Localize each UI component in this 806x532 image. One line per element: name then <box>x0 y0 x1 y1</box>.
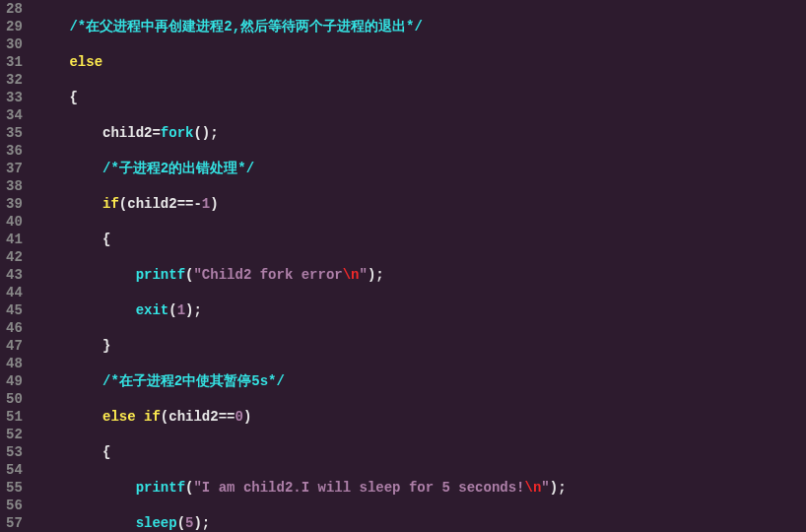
code-line: printf("I am child2.I will sleep for 5 s… <box>36 479 806 497</box>
code-line: printf("Child2 fork error\n"); <box>36 266 806 284</box>
line-number: 38 <box>6 177 23 195</box>
code-line: { <box>36 89 806 106</box>
code-line: else if(child2==0) <box>36 408 806 426</box>
line-number: 31 <box>6 53 23 71</box>
line-number: 40 <box>6 213 23 231</box>
code-line: { <box>36 443 806 461</box>
line-number: 46 <box>6 319 23 337</box>
line-number: 52 <box>6 426 23 443</box>
func-printf: printf <box>136 480 185 496</box>
line-number: 32 <box>6 71 23 89</box>
line-number: 54 <box>6 461 23 479</box>
code-line: /*子进程2的出错处理*/ <box>36 160 806 177</box>
line-number: 29 <box>6 18 23 35</box>
code-line: else <box>36 53 806 71</box>
code-line: if(child2==-1) <box>36 195 806 213</box>
line-number: 53 <box>6 443 23 461</box>
func-printf: printf <box>136 267 185 283</box>
line-number: 45 <box>6 301 23 319</box>
code-editor[interactable]: 2829303132333435363738394041424344454647… <box>0 0 806 532</box>
line-number: 57 <box>6 514 23 532</box>
line-number: 35 <box>6 124 23 142</box>
func-fork: fork <box>161 125 194 141</box>
line-number: 34 <box>6 106 23 124</box>
comment: /*子进程2的出错处理*/ <box>102 161 254 176</box>
line-number: 37 <box>6 160 23 177</box>
line-number: 33 <box>6 89 23 106</box>
escape-sequence: \n <box>525 480 542 496</box>
keyword-if: if <box>102 196 119 212</box>
comment: /*在父进程中再创建进程2,然后等待两个子进程的退出*/ <box>69 19 422 34</box>
line-number: 42 <box>6 248 23 266</box>
line-number: 55 <box>6 479 23 497</box>
line-number: 41 <box>6 231 23 248</box>
code-line: /*在父进程中再创建进程2,然后等待两个子进程的退出*/ <box>36 18 806 35</box>
line-number: 43 <box>6 266 23 284</box>
line-number: 36 <box>6 142 23 160</box>
code-line: /*在子进程2中使其暂停5s*/ <box>36 372 806 390</box>
line-number: 47 <box>6 337 23 355</box>
line-number: 44 <box>6 284 23 301</box>
code-line: } <box>36 337 806 355</box>
code-line: { <box>36 231 806 248</box>
func-sleep: sleep <box>136 515 177 531</box>
line-number-gutter: 2829303132333435363738394041424344454647… <box>0 0 33 532</box>
line-number: 51 <box>6 408 23 426</box>
code-line: child2=fork(); <box>36 124 806 142</box>
comment: /*在子进程2中使其暂停5s*/ <box>102 373 285 389</box>
line-number: 49 <box>6 372 23 390</box>
line-number: 30 <box>6 35 23 53</box>
code-line: exit(1); <box>36 301 806 319</box>
line-number: 48 <box>6 355 23 372</box>
keyword-elseif: else if <box>102 409 161 425</box>
line-number: 28 <box>6 0 23 18</box>
escape-sequence: \n <box>343 267 360 283</box>
keyword-else: else <box>69 54 102 70</box>
code-area[interactable]: /*在父进程中再创建进程2,然后等待两个子进程的退出*/ else { chil… <box>33 0 806 532</box>
func-exit: exit <box>136 302 169 318</box>
line-number: 56 <box>6 497 23 514</box>
code-line: sleep(5); <box>36 514 806 532</box>
line-number: 39 <box>6 195 23 213</box>
line-number: 50 <box>6 390 23 408</box>
